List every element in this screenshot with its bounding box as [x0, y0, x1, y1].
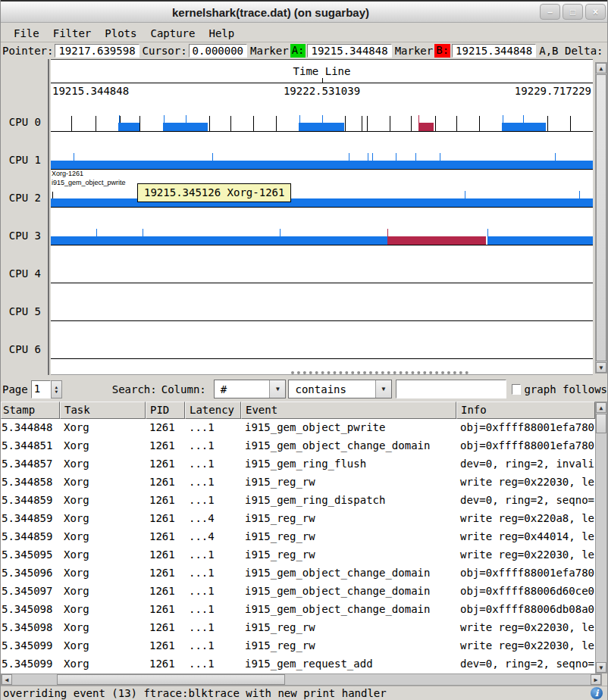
column-header-stamp[interactable]: Stamp [1, 402, 60, 419]
table-row[interactable]: 5.345097Xorg1261...1i915_gem_object_chan… [1, 583, 595, 601]
table-row[interactable]: 5.345095Xorg1261...1i915_reg_rwwrite reg… [1, 546, 595, 564]
search-label: Search: [112, 383, 157, 395]
cell-info: obj=0xffff88001efa780 [456, 419, 595, 437]
cursor-value: 0.000000 [189, 44, 247, 58]
marker-info-bar: Pointer: 19217.639598 Cursor: 0.000000 M… [1, 42, 608, 59]
page-value[interactable]: 1 [31, 380, 51, 398]
menu-item-capture[interactable]: Capture [145, 26, 200, 41]
menu-item-plots[interactable]: Plots [99, 26, 142, 41]
column-header-info[interactable]: Info [456, 402, 595, 419]
cell-latency: ...1 [185, 492, 241, 510]
timeline-plot[interactable]: Time Line 19215.344848 19222.531039 1922… [51, 59, 593, 375]
cell-latency: ...1 [185, 655, 241, 673]
marker-b-badge[interactable]: B: [434, 44, 450, 58]
cpu-baseline [51, 358, 593, 359]
scroll-down-icon[interactable]: ▼ [596, 662, 606, 673]
task-bar[interactable] [51, 161, 593, 169]
maximize-button[interactable]: □ [563, 4, 583, 20]
task-bar[interactable] [418, 123, 434, 131]
task-event-tick [465, 191, 465, 207]
event-tick [230, 116, 231, 131]
match-dropdown[interactable]: contains ▼ [288, 380, 392, 398]
table-row[interactable]: 5.344848Xorg1261...1i915_gem_object_pwri… [1, 419, 595, 437]
column-header-event[interactable]: Event [241, 402, 456, 419]
task-event-tick [503, 115, 503, 131]
task-bar[interactable] [487, 236, 593, 245]
table-row[interactable]: 5.344859Xorg1261...4i915_reg_rwwrite reg… [1, 510, 595, 528]
chevron-down-icon[interactable]: ▼ [269, 380, 285, 398]
table-row[interactable]: 5.344858Xorg1261...1i915_reg_rwwrite reg… [1, 473, 595, 492]
table-row[interactable]: 5.344859Xorg1261...1i915_gem_ring_dispat… [1, 492, 595, 510]
minimize-button[interactable]: – [540, 4, 560, 20]
column-header-pid[interactable]: PID [146, 402, 185, 419]
pane-splitter-grip[interactable] [291, 371, 469, 376]
cell-stamp: 5.344859 [1, 492, 60, 510]
task-bar[interactable] [387, 236, 486, 245]
menu-item-filter[interactable]: Filter [48, 26, 97, 41]
task-bar[interactable] [502, 123, 546, 131]
task-bar[interactable] [51, 236, 387, 245]
table-hscroll-thumb[interactable] [57, 674, 285, 685]
cell-stamp: 5.344858 [1, 473, 60, 492]
table-row[interactable]: 5.344859Xorg1261...4i915_reg_rwwrite reg… [1, 528, 595, 546]
graph-follows-checkbox[interactable] [512, 384, 521, 395]
cursor-label: Cursor: [143, 45, 187, 57]
table-row[interactable]: 5.345099Xorg1261...1i915_gem_request_add… [1, 655, 595, 673]
cell-event: i915_gem_ring_flush [241, 455, 456, 473]
scroll-down-icon[interactable]: ▼ [596, 362, 606, 373]
scroll-right-icon[interactable]: ▶ [591, 674, 601, 685]
search-input[interactable] [396, 380, 506, 398]
task-event-tick [74, 153, 74, 169]
table-vertical-scrollbar[interactable]: ▲ ▼ [595, 402, 607, 673]
event-tick [570, 116, 571, 131]
menu-item-file[interactable]: File [8, 26, 45, 41]
status-bar: overriding event (13) ftrace:blktrace wi… [1, 686, 608, 700]
table-row[interactable]: 5.345096Xorg1261...1i915_gem_object_chan… [1, 564, 595, 583]
cell-info: write reg=0x220a8, le [456, 510, 595, 528]
title-bar[interactable]: kernelshark(trace.dat) (on sugarbay) – □… [1, 0, 608, 23]
task-event-tick [387, 229, 388, 245]
task-bar[interactable] [51, 198, 593, 207]
table-row[interactable]: 5.345099Xorg1261...1i915_reg_rwwrite reg… [1, 637, 595, 655]
task-bar[interactable] [299, 123, 344, 131]
graph-vscroll-thumb[interactable] [596, 74, 606, 361]
event-tick [345, 116, 346, 131]
cell-stamp: 5.344859 [1, 528, 60, 546]
cell-pid: 1261 [146, 492, 185, 510]
cell-stamp: 5.345095 [1, 546, 60, 564]
cell-pid: 1261 [146, 619, 185, 637]
page-spinbox[interactable]: 1 ▲▼ [31, 380, 62, 398]
graph-vertical-scrollbar[interactable]: ▲ ▼ [595, 62, 607, 373]
pointer-value: 19217.639598 [55, 44, 139, 58]
scroll-left-icon[interactable]: ◀ [2, 674, 12, 685]
column-header-latency[interactable]: Latency [185, 402, 241, 419]
event-tick [435, 116, 436, 131]
table-row[interactable]: 5.344851Xorg1261...1i915_gem_object_chan… [1, 437, 595, 455]
event-tick [479, 116, 480, 131]
cell-event: i915_reg_rw [241, 546, 456, 564]
marker-a-badge[interactable]: A: [290, 44, 306, 58]
cell-task: Xorg [60, 528, 146, 546]
close-button[interactable]: × [585, 4, 606, 20]
spinner-arrows-icon[interactable]: ▲▼ [51, 380, 62, 398]
info-icon[interactable]: i [591, 687, 603, 699]
scroll-up-icon[interactable]: ▲ [596, 63, 606, 73]
task-event-tick [322, 115, 323, 131]
task-bar[interactable] [118, 123, 139, 131]
scroll-up-icon[interactable]: ▲ [596, 402, 606, 413]
event-table: 5.344848Xorg1261...1i915_gem_object_pwri… [1, 419, 595, 673]
time-tick-right: 19229.717229 [515, 85, 591, 97]
column-header-task[interactable]: Task [60, 402, 146, 419]
cpu-row-label: CPU 0 [9, 116, 41, 128]
cell-stamp: 5.344848 [1, 419, 60, 437]
table-row[interactable]: 5.345098Xorg1261...1i915_gem_object_chan… [1, 601, 595, 619]
table-row[interactable]: 5.345098Xorg1261...1i915_reg_rwwrite reg… [1, 619, 595, 637]
chevron-down-icon[interactable]: ▼ [375, 380, 391, 398]
table-horizontal-scrollbar[interactable]: ◀ ▶ [1, 673, 602, 686]
column-dropdown[interactable]: # ▼ [214, 380, 287, 398]
cell-latency: ...4 [185, 528, 241, 546]
table-row[interactable]: 5.344857Xorg1261...1i915_gem_ring_flushd… [1, 455, 595, 473]
table-vscroll-thumb[interactable] [596, 414, 606, 433]
menu-item-help[interactable]: Help [203, 26, 240, 41]
event-tick [411, 116, 412, 131]
